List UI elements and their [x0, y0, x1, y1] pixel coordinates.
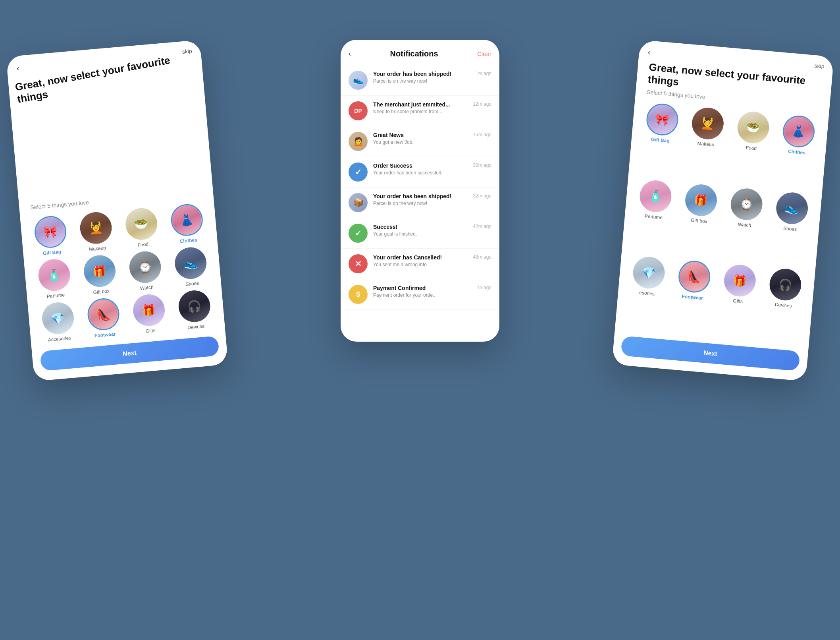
category-item-gift-bag[interactable]: 🎀Gift Bag — [27, 214, 74, 257]
category-label-food: Food — [137, 241, 148, 247]
notification-title-notif-5: Your order has been shipped! — [373, 193, 467, 199]
notifications-header: ‹ Notifications Clear — [341, 40, 499, 65]
notification-time-notif-7: 48m ago — [473, 254, 491, 260]
category-item-makeup[interactable]: 💆Makeup — [681, 106, 731, 182]
category-image-devices: 🎧 — [768, 267, 802, 302]
category-item-accessories[interactable]: 💎Accesories — [35, 300, 81, 343]
notification-avatar-notif-7: ✕ — [349, 254, 368, 273]
notification-subtitle-notif-6: Your goal is finished. — [373, 231, 467, 237]
left-categories-grid: 🎀Gift Bag💆Makeup🥗Food👗Clothes🧴Perfume🎁Gi… — [20, 199, 225, 347]
category-label-perfume: Perfume — [644, 213, 663, 220]
category-item-clothes[interactable]: 👗Clothes — [164, 202, 210, 245]
notification-subtitle-notif-7: You sent me a wrong info — [373, 262, 467, 267]
category-item-shoes[interactable]: 👟Shoes — [765, 190, 815, 267]
category-item-gift-box[interactable]: 🎁Gift box — [674, 182, 724, 259]
category-item-clothes[interactable]: 👗Clothes — [772, 114, 822, 190]
notification-item-notif-2[interactable]: DPThe merchant just emmited...Need to fi… — [341, 96, 499, 126]
category-image-food: 🥗 — [124, 207, 158, 242]
category-image-watch: ⌚ — [128, 250, 162, 284]
category-item-makeup[interactable]: 💆Makeup — [73, 210, 119, 253]
category-image-footwear: 👠 — [87, 298, 119, 330]
category-item-accessories[interactable]: 💎esories — [622, 255, 672, 331]
category-label-shoes: Shoes — [783, 225, 797, 232]
category-label-accessories: Accesories — [48, 335, 71, 342]
back-button-right[interactable]: ‹ — [647, 48, 651, 56]
category-image-shoes: 👟 — [173, 246, 208, 280]
category-item-gift-box[interactable]: 🎁Gift box — [77, 253, 123, 296]
notification-avatar-notif-2: DP — [349, 101, 368, 120]
category-label-watch: Watch — [738, 221, 751, 228]
category-label-gift-box: Gift box — [93, 288, 110, 295]
category-label-accessories: esories — [639, 290, 655, 297]
notification-title-notif-2: The merchant just emmited... — [373, 101, 467, 108]
category-item-watch[interactable]: ⌚Watch — [720, 186, 769, 263]
right-phone: ‹ skip Great, now select your favourite … — [612, 40, 834, 381]
category-item-gift-bag[interactable]: 🎀Gift Bag — [636, 102, 685, 178]
skip-button-right[interactable]: skip — [814, 62, 825, 70]
category-label-clothes: Clothes — [788, 149, 805, 156]
category-item-devices[interactable]: 🎧Devices — [759, 267, 808, 343]
category-label-footwear: Footwear — [94, 331, 116, 339]
notification-subtitle-notif-8: Payment order for your orde... — [373, 292, 471, 298]
category-image-food: 🥗 — [736, 110, 771, 145]
category-label-makeup: Makeup — [89, 245, 106, 252]
notification-subtitle-notif-2: Need to fix some problem from... — [373, 109, 467, 114]
category-item-perfume[interactable]: 🧴Perfume — [629, 178, 678, 255]
scene: ‹ skip Great, now select your favourite … — [0, 0, 840, 640]
notification-title-notif-8: Payment Confirmed — [373, 285, 471, 291]
category-label-clothes: Clothes — [179, 237, 197, 244]
category-image-gifts: 🎁 — [131, 293, 166, 328]
category-item-devices[interactable]: 🎧Devices — [171, 288, 218, 331]
category-label-footwear: Footwear — [682, 294, 703, 301]
notification-item-notif-1[interactable]: 👟Your order has been shipped!Parcel is o… — [341, 65, 499, 96]
category-label-gifts: Gifts — [733, 298, 743, 305]
left-phone-title: Great, now select your favourite things — [6, 46, 217, 211]
category-image-gifts: 🎁 — [722, 263, 757, 298]
notification-avatar-notif-3: 🙍 — [349, 132, 368, 151]
notification-time-notif-6: 42m ago — [473, 224, 491, 229]
category-image-footwear: 👠 — [678, 261, 710, 293]
category-item-gifts[interactable]: 🎁Gifts — [713, 263, 763, 339]
notification-title-notif-4: Order Success — [373, 162, 467, 169]
category-item-shoes[interactable]: 👟Shoes — [168, 246, 214, 288]
category-image-makeup: 💆 — [79, 211, 113, 246]
notification-item-notif-7[interactable]: ✕Your order has Cancelled!You sent me a … — [341, 249, 499, 279]
category-label-shoes: Shoes — [185, 280, 199, 287]
notification-subtitle-notif-5: Parcel is on the way now! — [373, 201, 467, 206]
notifications-list: 👟Your order has been shipped!Parcel is o… — [341, 65, 499, 342]
back-button-left[interactable]: ‹ — [16, 64, 20, 73]
notification-subtitle-notif-1: Parcel is on the way now! — [373, 78, 470, 84]
notification-time-notif-3: 15m ago — [473, 132, 491, 137]
center-phone: ‹ Notifications Clear 👟Your order has be… — [341, 40, 499, 342]
category-label-perfume: Perfume — [46, 292, 65, 299]
category-label-makeup: Makeup — [697, 141, 715, 148]
category-item-gifts[interactable]: 🎁Gifts — [126, 292, 172, 335]
notification-time-notif-1: 1m ago — [476, 71, 491, 76]
category-item-perfume[interactable]: 🧴Perfume — [31, 257, 77, 300]
category-label-gifts: Gifts — [145, 328, 156, 334]
category-item-footwear[interactable]: 👠Footwear — [668, 259, 717, 335]
category-item-watch[interactable]: ⌚Watch — [122, 249, 168, 292]
category-image-watch: ⌚ — [729, 187, 764, 222]
category-image-perfume: 🧴 — [638, 179, 673, 214]
notification-item-notif-5[interactable]: 📦Your order has been shipped!Parcel is o… — [341, 188, 499, 218]
category-item-footwear[interactable]: 👠Footwear — [80, 296, 127, 339]
clear-button[interactable]: Clear — [477, 50, 491, 57]
notifications-title: Notifications — [390, 49, 438, 58]
category-label-watch: Watch — [140, 284, 154, 291]
notification-title-notif-3: Great News — [373, 132, 467, 138]
back-button-center[interactable]: ‹ — [349, 50, 351, 58]
notification-avatar-notif-5: 📦 — [349, 193, 368, 212]
notification-item-notif-4[interactable]: ✓Order SuccessYour order has been succes… — [341, 157, 499, 188]
notification-item-notif-6[interactable]: ✓Success!Your goal is finished.42m ago — [341, 218, 499, 249]
notification-time-notif-8: 1h ago — [477, 285, 491, 290]
category-label-food: Food — [746, 145, 757, 151]
category-image-accessories: 💎 — [632, 255, 666, 290]
notification-time-notif-5: 32m ago — [473, 193, 491, 199]
notification-time-notif-4: 30m ago — [473, 162, 491, 168]
notification-item-notif-3[interactable]: 🙍Great NewsYou got a new Job.15m ago — [341, 126, 499, 157]
category-item-food[interactable]: 🥗Food — [726, 110, 776, 186]
left-phone: ‹ skip Great, now select your favourite … — [6, 40, 228, 381]
notification-item-notif-8[interactable]: $Payment ConfirmedPayment order for your… — [341, 279, 499, 310]
category-item-food[interactable]: 🥗Food — [118, 206, 165, 249]
